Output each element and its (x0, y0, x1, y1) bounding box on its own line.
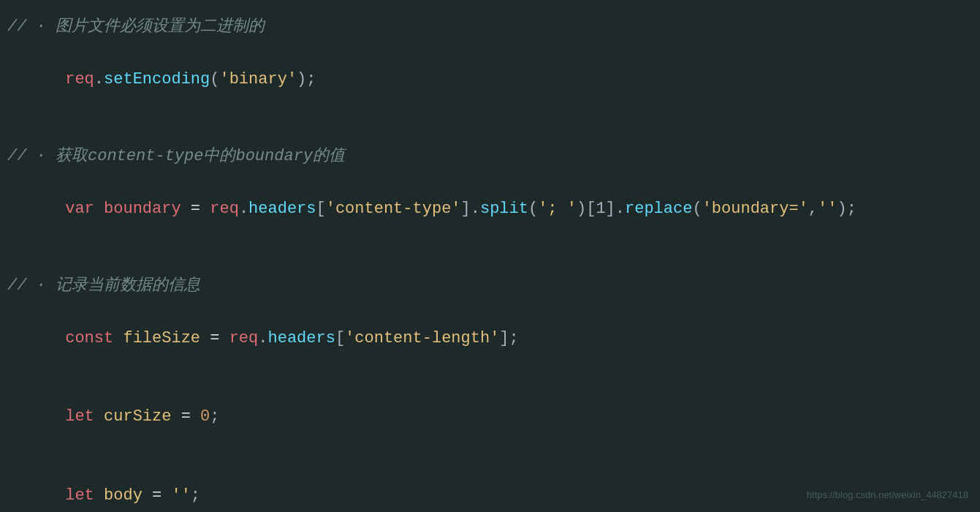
str-content-type: 'content-type' (326, 200, 461, 218)
comment-line-3: // · 记录当前数据的信息 (7, 272, 973, 299)
paren-close: ); (297, 70, 316, 89)
br1: [ (335, 329, 345, 347)
kw-req: req (65, 70, 94, 89)
bracket-close: ] (461, 200, 471, 218)
str-empty2: '' (171, 486, 190, 505)
kw-var: var (65, 200, 94, 218)
code-line-5: let body = ''; (7, 456, 973, 512)
blank-2 (7, 255, 973, 272)
code-block-2: // · 获取content-type中的boundary的值 var boun… (7, 143, 973, 249)
space2: = (181, 200, 210, 218)
eq1: = (200, 329, 229, 347)
paren2: ( (528, 200, 538, 218)
str-content-length: 'content-length' (345, 329, 499, 347)
sp1 (113, 329, 123, 347)
kw-let1: let (65, 407, 94, 426)
str-semi: '; ' (538, 200, 577, 218)
str-boundary-eq: 'boundary=' (702, 200, 808, 218)
dot3: . (471, 200, 480, 218)
prop-headers2: headers (267, 329, 335, 347)
var-body: body (104, 486, 143, 505)
str-empty: '' (818, 200, 837, 218)
space (94, 200, 104, 218)
var-fileSize: fileSize (123, 329, 200, 347)
dot2: . (239, 200, 248, 218)
req-3: req (229, 329, 259, 347)
var-curSize: curSize (104, 407, 171, 426)
sp3 (94, 486, 104, 505)
watermark: https://blog.csdn.net/weixin_44827418 (807, 488, 968, 503)
paren3c: ); (837, 200, 856, 218)
sp2 (94, 407, 104, 426)
blank-1 (7, 125, 973, 143)
method-setEncoding: setEncoding (104, 70, 210, 89)
comment-line-2: // · 获取content-type中的boundary的值 (7, 143, 973, 170)
code-editor: // · 图片文件必须设置为二进制的 req.setEncoding('bina… (0, 0, 980, 512)
method-replace: replace (625, 200, 692, 218)
method-split: split (480, 200, 528, 218)
dot4: . (258, 329, 267, 347)
code-line-2: var boundary = req.headers['content-type… (7, 170, 973, 249)
eq2: = (171, 407, 200, 426)
paren2c: )[1]. (577, 200, 625, 218)
code-line-3: const fileSize = req.headers['content-le… (7, 299, 973, 378)
code-block-1: // · 图片文件必须设置为二进制的 req.setEncoding('bina… (7, 13, 973, 119)
string-binary: 'binary' (219, 70, 297, 89)
kw-let2: let (65, 486, 94, 505)
code-line-1: req.setEncoding('binary'); (7, 40, 973, 119)
num-0: 0 (200, 407, 210, 426)
var-boundary: boundary (104, 200, 181, 218)
prop-headers: headers (248, 200, 316, 218)
bracket: [ (316, 200, 326, 218)
br1c: ]; (499, 329, 518, 347)
code-block-3: // · 记录当前数据的信息 const fileSize = req.head… (7, 272, 973, 513)
paren3: ( (692, 200, 702, 218)
comment-line-1: // · 图片文件必须设置为二进制的 (7, 13, 973, 40)
comma: , (808, 200, 818, 218)
kw-const: const (65, 329, 113, 347)
semi1: ; (210, 407, 219, 426)
dot: . (94, 70, 104, 89)
paren: ( (210, 70, 219, 89)
code-line-4: let curSize = 0; (7, 377, 973, 456)
semi2: ; (191, 486, 200, 505)
eq3: = (143, 486, 172, 505)
req-2: req (210, 200, 239, 218)
